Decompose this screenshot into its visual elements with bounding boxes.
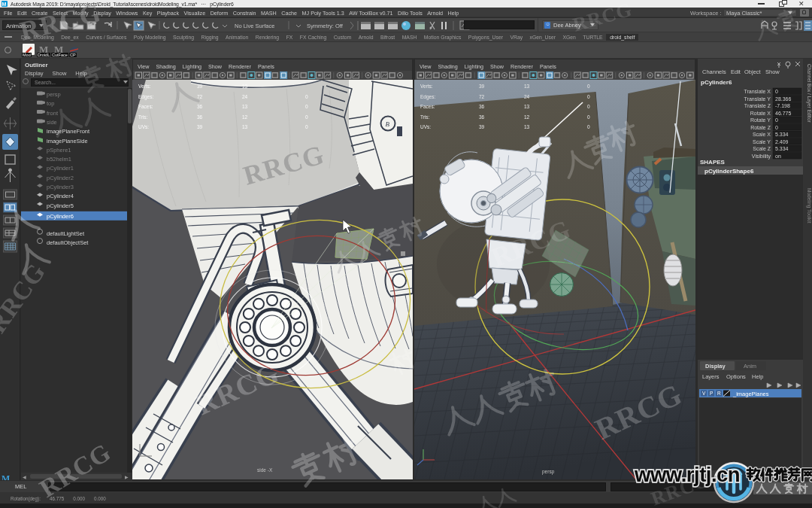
svg-text:5.334: 5.334 <box>775 132 789 137</box>
svg-text:imagePlaneFront: imagePlaneFront <box>47 128 90 135</box>
svg-text:28.366: 28.366 <box>775 96 792 102</box>
svg-text:Scale X: Scale X <box>753 132 771 137</box>
svg-text:side: side <box>47 119 57 126</box>
svg-text:24: 24 <box>242 94 248 99</box>
svg-text:5.334: 5.334 <box>775 146 789 151</box>
svg-text:top: top <box>47 100 54 107</box>
svg-text:Translate Y: Translate Y <box>744 96 771 102</box>
svg-text:13: 13 <box>242 84 248 89</box>
svg-text:13: 13 <box>242 124 248 129</box>
svg-text:pCylinder6: pCylinder6 <box>701 79 732 86</box>
svg-text:Faces:: Faces: <box>138 104 153 109</box>
svg-text:pCylinder4: pCylinder4 <box>47 193 74 199</box>
svg-text:V: V <box>702 391 706 396</box>
svg-text:Rotate X: Rotate X <box>750 111 771 116</box>
svg-text:front: front <box>47 110 59 117</box>
svg-text:Translate X: Translate X <box>744 89 771 94</box>
svg-text:13: 13 <box>524 124 530 129</box>
svg-text:SHAPES: SHAPES <box>700 159 726 166</box>
svg-text:0: 0 <box>587 104 590 109</box>
svg-text:Tris:: Tris: <box>138 114 148 120</box>
svg-text:12: 12 <box>242 114 248 120</box>
svg-text:Object: Object <box>744 68 762 75</box>
svg-text:Symmetry: Off: Symmetry: Off <box>307 23 344 29</box>
svg-text:persp: persp <box>47 91 61 98</box>
svg-text:pCylinder1: pCylinder1 <box>47 165 74 172</box>
svg-text:Scale Y: Scale Y <box>753 139 771 144</box>
svg-text:36: 36 <box>479 104 485 109</box>
svg-text:0: 0 <box>775 117 778 123</box>
svg-text:39: 39 <box>197 84 203 89</box>
svg-text:imagePlaneSide: imagePlaneSide <box>47 138 88 144</box>
svg-text:Rotate Y: Rotate Y <box>750 117 771 123</box>
svg-text:Show: Show <box>765 68 780 75</box>
svg-text:B: B <box>386 120 390 128</box>
svg-text:Tris:: Tris: <box>420 114 430 120</box>
svg-text:persp: persp <box>542 469 555 475</box>
svg-text:0: 0 <box>305 94 308 99</box>
svg-text:R: R <box>717 391 721 396</box>
svg-text:pCylinderShape6: pCylinderShape6 <box>704 168 754 175</box>
svg-text:13: 13 <box>524 104 530 109</box>
svg-text:72: 72 <box>197 94 203 99</box>
svg-text:Visibility: Visibility <box>752 154 771 160</box>
svg-text:0: 0 <box>775 89 778 94</box>
svg-text:Verts:: Verts: <box>138 84 151 89</box>
svg-text:Edges:: Edges: <box>420 94 435 100</box>
svg-text:12: 12 <box>524 114 530 120</box>
svg-text:pCylinder3: pCylinder3 <box>47 184 74 190</box>
svg-text:0: 0 <box>305 114 308 120</box>
svg-text:Display: Display <box>705 363 726 370</box>
svg-text:36: 36 <box>197 104 203 109</box>
svg-text:39: 39 <box>197 124 203 129</box>
svg-text:0: 0 <box>305 124 308 129</box>
svg-text:pCylinder5: pCylinder5 <box>47 202 74 209</box>
svg-text:0: 0 <box>305 104 308 109</box>
svg-text:Translate Z: Translate Z <box>744 103 771 108</box>
svg-text:0: 0 <box>587 94 590 99</box>
svg-text:side -X: side -X <box>257 467 273 473</box>
svg-text:0: 0 <box>587 84 590 89</box>
svg-text:pCylinder6: pCylinder6 <box>47 213 74 220</box>
svg-text:Help: Help <box>752 373 763 380</box>
svg-text:Options: Options <box>726 373 746 380</box>
svg-text:UVs:: UVs: <box>138 124 149 129</box>
svg-text:Layers: Layers <box>702 373 720 380</box>
svg-text:0: 0 <box>587 124 590 129</box>
svg-text:UVs:: UVs: <box>420 124 431 129</box>
svg-text:Edges:: Edges: <box>138 94 153 100</box>
svg-text:39: 39 <box>479 84 485 89</box>
svg-text:Scale Z: Scale Z <box>753 146 771 151</box>
svg-text:Edit: Edit <box>731 68 741 75</box>
svg-text:72: 72 <box>479 94 485 99</box>
svg-text:46.775: 46.775 <box>775 111 792 116</box>
svg-text:36: 36 <box>479 114 485 120</box>
svg-text:_imagePlanes: _imagePlanes <box>732 391 769 397</box>
svg-text:b52helm1: b52helm1 <box>47 156 71 163</box>
svg-text:13: 13 <box>242 104 248 109</box>
svg-text:P: P <box>710 391 713 396</box>
svg-text:0: 0 <box>587 114 590 120</box>
svg-text:39: 39 <box>479 124 485 129</box>
svg-text:pSphere1: pSphere1 <box>47 147 71 154</box>
svg-text:36: 36 <box>197 114 203 120</box>
svg-text:pCylinder2: pCylinder2 <box>47 175 74 181</box>
svg-text:defaultObjectSet: defaultObjectSet <box>47 239 89 246</box>
svg-text:Faces:: Faces: <box>420 104 435 109</box>
svg-text:Verts:: Verts: <box>420 84 433 89</box>
svg-text:13: 13 <box>524 84 530 89</box>
svg-text:defaultLightSet: defaultLightSet <box>47 230 85 237</box>
svg-text:-7.198: -7.198 <box>775 103 790 108</box>
svg-text:No Live Surface: No Live Surface <box>235 23 274 29</box>
svg-text:Channels: Channels <box>702 68 726 75</box>
svg-text:on: on <box>775 154 781 159</box>
svg-text:0: 0 <box>775 125 778 130</box>
svg-text:24: 24 <box>524 94 530 99</box>
svg-text:Anim: Anim <box>744 363 756 370</box>
svg-text:Rotate Z: Rotate Z <box>750 125 771 130</box>
svg-text:2.409: 2.409 <box>775 139 789 144</box>
